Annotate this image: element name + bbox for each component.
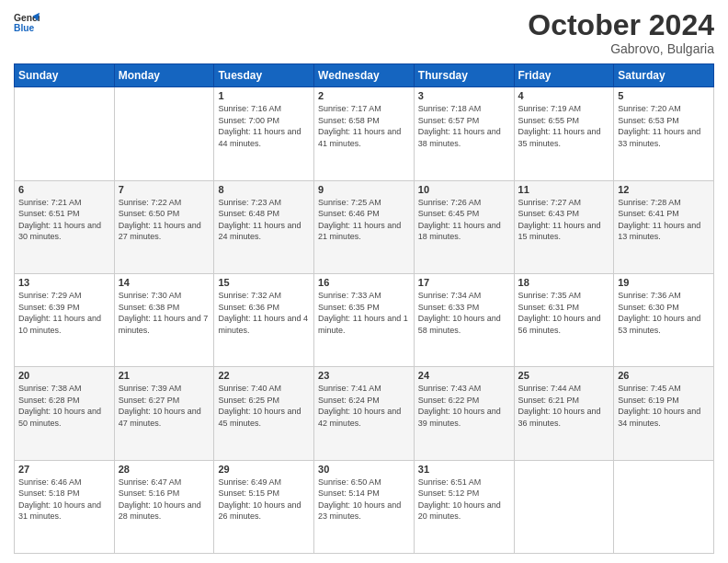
calendar-cell: 19Sunrise: 7:36 AM Sunset: 6:30 PM Dayli… — [614, 273, 714, 366]
day-info: Sunrise: 7:30 AM Sunset: 6:38 PM Dayligh… — [119, 290, 210, 336]
day-info: Sunrise: 7:25 AM Sunset: 6:46 PM Dayligh… — [318, 197, 410, 243]
day-number: 14 — [119, 277, 210, 288]
page: General Blue General Blue October 2024 G… — [0, 0, 728, 563]
day-info: Sunrise: 7:33 AM Sunset: 6:35 PM Dayligh… — [318, 290, 410, 336]
calendar-cell: 8Sunrise: 7:23 AM Sunset: 6:48 PM Daylig… — [214, 180, 314, 273]
week-row-5: 27Sunrise: 6:46 AM Sunset: 5:18 PM Dayli… — [15, 460, 714, 553]
day-info: Sunrise: 7:34 AM Sunset: 6:33 PM Dayligh… — [418, 290, 510, 336]
day-number: 7 — [119, 184, 210, 195]
calendar-cell: 21Sunrise: 7:39 AM Sunset: 6:27 PM Dayli… — [114, 367, 214, 460]
day-info: Sunrise: 7:19 AM Sunset: 6:55 PM Dayligh… — [518, 103, 610, 149]
calendar-cell: 23Sunrise: 7:41 AM Sunset: 6:24 PM Dayli… — [314, 367, 415, 460]
calendar-cell: 14Sunrise: 7:30 AM Sunset: 6:38 PM Dayli… — [114, 273, 214, 366]
col-header-thursday: Thursday — [414, 64, 514, 87]
day-info: Sunrise: 7:40 AM Sunset: 6:25 PM Dayligh… — [218, 383, 310, 429]
col-header-sunday: Sunday — [15, 64, 115, 87]
week-row-2: 6Sunrise: 7:21 AM Sunset: 6:51 PM Daylig… — [15, 180, 714, 273]
col-header-monday: Monday — [114, 64, 214, 87]
calendar-cell: 4Sunrise: 7:19 AM Sunset: 6:55 PM Daylig… — [514, 87, 614, 180]
col-header-friday: Friday — [514, 64, 614, 87]
day-number: 30 — [318, 464, 410, 475]
day-info: Sunrise: 7:44 AM Sunset: 6:21 PM Dayligh… — [518, 383, 610, 429]
day-info: Sunrise: 7:35 AM Sunset: 6:31 PM Dayligh… — [518, 290, 610, 336]
calendar-cell: 22Sunrise: 7:40 AM Sunset: 6:25 PM Dayli… — [214, 367, 314, 460]
calendar-cell: 17Sunrise: 7:34 AM Sunset: 6:33 PM Dayli… — [414, 273, 514, 366]
day-info: Sunrise: 6:51 AM Sunset: 5:12 PM Dayligh… — [418, 477, 510, 523]
day-number: 31 — [418, 464, 510, 475]
calendar-cell: 29Sunrise: 6:49 AM Sunset: 5:15 PM Dayli… — [214, 460, 314, 553]
calendar-cell: 26Sunrise: 7:45 AM Sunset: 6:19 PM Dayli… — [614, 367, 714, 460]
logo: General Blue General Blue — [14, 9, 40, 35]
calendar-cell: 16Sunrise: 7:33 AM Sunset: 6:35 PM Dayli… — [314, 273, 415, 366]
day-info: Sunrise: 7:16 AM Sunset: 7:00 PM Dayligh… — [218, 103, 310, 149]
day-info: Sunrise: 6:50 AM Sunset: 5:14 PM Dayligh… — [318, 477, 410, 523]
day-number: 8 — [218, 184, 310, 195]
day-number: 27 — [18, 464, 110, 475]
calendar-cell: 12Sunrise: 7:28 AM Sunset: 6:41 PM Dayli… — [614, 180, 714, 273]
calendar-cell: 20Sunrise: 7:38 AM Sunset: 6:28 PM Dayli… — [15, 367, 115, 460]
day-info: Sunrise: 7:21 AM Sunset: 6:51 PM Dayligh… — [18, 197, 110, 243]
location: Gabrovo, Bulgaria — [528, 41, 714, 56]
day-number: 3 — [418, 90, 510, 101]
calendar-cell — [15, 87, 115, 180]
day-info: Sunrise: 7:18 AM Sunset: 6:57 PM Dayligh… — [418, 103, 510, 149]
calendar-cell — [114, 87, 214, 180]
calendar-cell: 7Sunrise: 7:22 AM Sunset: 6:50 PM Daylig… — [114, 180, 214, 273]
day-number: 9 — [318, 184, 410, 195]
calendar-table: SundayMondayTuesdayWednesdayThursdayFrid… — [14, 63, 714, 554]
day-number: 5 — [618, 90, 710, 101]
week-row-3: 13Sunrise: 7:29 AM Sunset: 6:39 PM Dayli… — [15, 273, 714, 366]
calendar-cell: 15Sunrise: 7:32 AM Sunset: 6:36 PM Dayli… — [214, 273, 314, 366]
day-info: Sunrise: 6:49 AM Sunset: 5:15 PM Dayligh… — [218, 477, 310, 523]
calendar-cell: 31Sunrise: 6:51 AM Sunset: 5:12 PM Dayli… — [414, 460, 514, 553]
day-number: 15 — [218, 277, 310, 288]
calendar-cell: 2Sunrise: 7:17 AM Sunset: 6:58 PM Daylig… — [314, 87, 415, 180]
day-info: Sunrise: 7:23 AM Sunset: 6:48 PM Dayligh… — [218, 197, 310, 243]
day-info: Sunrise: 7:28 AM Sunset: 6:41 PM Dayligh… — [618, 197, 710, 243]
day-number: 26 — [618, 370, 710, 381]
day-number: 23 — [318, 370, 410, 381]
month-title: October 2024 — [528, 9, 714, 41]
calendar-cell: 30Sunrise: 6:50 AM Sunset: 5:14 PM Dayli… — [314, 460, 415, 553]
calendar-cell: 11Sunrise: 7:27 AM Sunset: 6:43 PM Dayli… — [514, 180, 614, 273]
calendar-cell: 24Sunrise: 7:43 AM Sunset: 6:22 PM Dayli… — [414, 367, 514, 460]
day-info: Sunrise: 7:26 AM Sunset: 6:45 PM Dayligh… — [418, 197, 510, 243]
day-number: 18 — [518, 277, 610, 288]
calendar-header-row: SundayMondayTuesdayWednesdayThursdayFrid… — [15, 64, 714, 87]
calendar-cell: 18Sunrise: 7:35 AM Sunset: 6:31 PM Dayli… — [514, 273, 614, 366]
calendar-cell: 9Sunrise: 7:25 AM Sunset: 6:46 PM Daylig… — [314, 180, 415, 273]
svg-text:Blue: Blue — [14, 23, 35, 33]
calendar-cell: 3Sunrise: 7:18 AM Sunset: 6:57 PM Daylig… — [414, 87, 514, 180]
calendar-cell — [614, 460, 714, 553]
day-number: 29 — [218, 464, 310, 475]
calendar-cell: 13Sunrise: 7:29 AM Sunset: 6:39 PM Dayli… — [15, 273, 115, 366]
day-number: 13 — [18, 277, 110, 288]
day-number: 4 — [518, 90, 610, 101]
calendar-cell: 10Sunrise: 7:26 AM Sunset: 6:45 PM Dayli… — [414, 180, 514, 273]
title-block: October 2024 Gabrovo, Bulgaria — [528, 9, 714, 56]
day-number: 19 — [618, 277, 710, 288]
col-header-saturday: Saturday — [614, 64, 714, 87]
day-number: 12 — [618, 184, 710, 195]
day-number: 16 — [318, 277, 410, 288]
day-number: 17 — [418, 277, 510, 288]
calendar-cell: 1Sunrise: 7:16 AM Sunset: 7:00 PM Daylig… — [214, 87, 314, 180]
week-row-4: 20Sunrise: 7:38 AM Sunset: 6:28 PM Dayli… — [15, 367, 714, 460]
logo-icon: General Blue — [14, 9, 40, 35]
day-info: Sunrise: 6:47 AM Sunset: 5:16 PM Dayligh… — [119, 477, 210, 523]
header: General Blue General Blue October 2024 G… — [14, 9, 714, 56]
day-number: 2 — [318, 90, 410, 101]
day-info: Sunrise: 7:20 AM Sunset: 6:53 PM Dayligh… — [618, 103, 710, 149]
day-info: Sunrise: 7:27 AM Sunset: 6:43 PM Dayligh… — [518, 197, 610, 243]
day-number: 6 — [18, 184, 110, 195]
day-info: Sunrise: 7:29 AM Sunset: 6:39 PM Dayligh… — [18, 290, 110, 336]
calendar-cell: 25Sunrise: 7:44 AM Sunset: 6:21 PM Dayli… — [514, 367, 614, 460]
day-number: 1 — [218, 90, 310, 101]
day-info: Sunrise: 7:32 AM Sunset: 6:36 PM Dayligh… — [218, 290, 310, 336]
day-info: Sunrise: 7:39 AM Sunset: 6:27 PM Dayligh… — [119, 383, 210, 429]
calendar-cell: 28Sunrise: 6:47 AM Sunset: 5:16 PM Dayli… — [114, 460, 214, 553]
day-number: 25 — [518, 370, 610, 381]
day-info: Sunrise: 7:17 AM Sunset: 6:58 PM Dayligh… — [318, 103, 410, 149]
calendar-cell — [514, 460, 614, 553]
col-header-wednesday: Wednesday — [314, 64, 415, 87]
